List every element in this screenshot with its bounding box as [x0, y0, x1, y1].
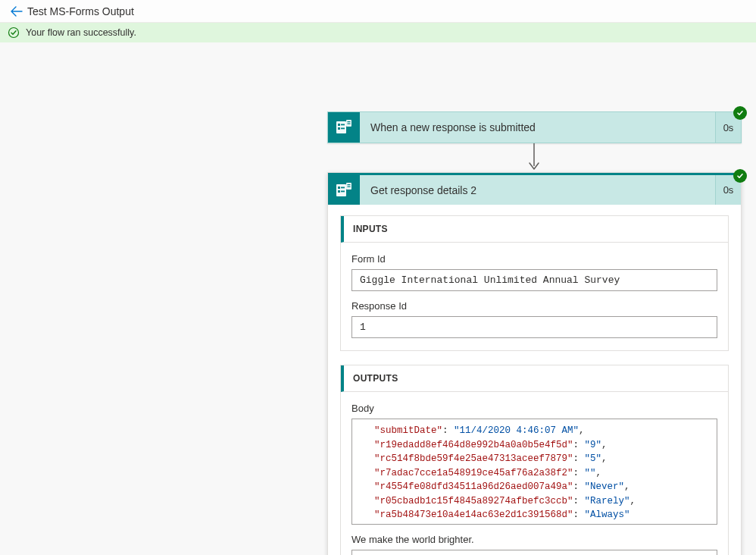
svg-rect-1	[336, 121, 346, 133]
forms-connector-icon	[328, 112, 360, 143]
response-id-label: Response Id	[351, 300, 717, 312]
svg-rect-17	[348, 186, 351, 187]
arrow-left-icon	[11, 5, 23, 17]
success-banner: Your flow ran successfully.	[0, 23, 756, 42]
svg-point-0	[9, 28, 19, 38]
page-title: Test MS-Forms Output	[27, 5, 134, 17]
svg-rect-8	[348, 124, 351, 124]
svg-rect-10	[336, 184, 346, 196]
check-circle-icon	[8, 27, 20, 39]
svg-rect-16	[348, 184, 351, 185]
svg-rect-3	[341, 124, 345, 126]
action-step-card[interactable]: Get response details 2 0s INPUTS Form Id…	[327, 172, 742, 555]
svg-rect-4	[338, 127, 340, 130]
outputs-section: OUTPUTS Body "submitDate": "11/4/2020 4:…	[340, 365, 729, 555]
canvas: When a new response is submitted 0s Get …	[0, 42, 756, 68]
success-badge	[733, 106, 747, 120]
inputs-section: INPUTS Form Id Giggle International Unli…	[340, 215, 729, 351]
step-body: INPUTS Form Id Giggle International Unli…	[328, 205, 741, 555]
step-title: When a new response is submitted	[360, 112, 715, 143]
success-badge	[733, 169, 747, 183]
svg-rect-12	[341, 187, 345, 188]
forms-connector-icon	[328, 175, 360, 205]
outputs-heading: OUTPUTS	[341, 365, 728, 392]
step-title: Get response details 2	[360, 175, 715, 205]
svg-rect-13	[338, 190, 340, 193]
trigger-step-card[interactable]: When a new response is submitted 0s	[327, 111, 742, 143]
page-header: Test MS-Forms Output	[0, 0, 756, 23]
back-button[interactable]	[6, 5, 27, 17]
svg-rect-11	[338, 187, 340, 189]
response-id-value[interactable]: 1	[351, 316, 717, 338]
svg-rect-2	[338, 124, 340, 126]
step-header[interactable]: Get response details 2 0s	[328, 173, 741, 205]
connector-arrow	[526, 143, 542, 172]
brighter-value[interactable]: Always	[351, 550, 717, 555]
form-id-value[interactable]: Giggle International Unlimited Annual Su…	[351, 269, 717, 291]
form-id-label: Form Id	[351, 253, 717, 265]
svg-rect-7	[348, 121, 351, 122]
inputs-heading: INPUTS	[341, 216, 728, 243]
success-message: Your flow ran successfully.	[26, 27, 136, 38]
svg-rect-5	[341, 128, 345, 130]
brighter-label: We make the world brighter.	[351, 534, 717, 545]
body-label: Body	[351, 403, 717, 414]
svg-rect-14	[341, 190, 345, 192]
body-json-value[interactable]: "submitDate": "11/4/2020 4:46:07 AM", "r…	[351, 419, 717, 525]
